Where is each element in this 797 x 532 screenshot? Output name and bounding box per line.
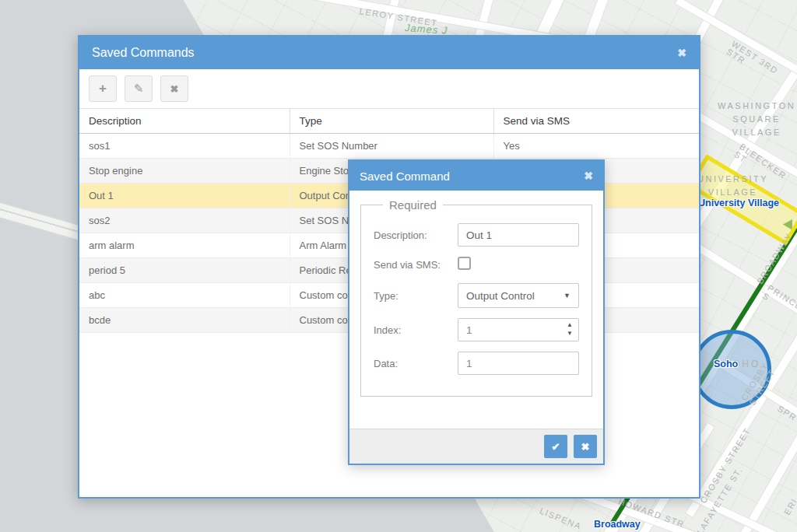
type-row: Type: Output Control ▼ xyxy=(374,283,579,308)
pencil-icon: ✎ xyxy=(134,82,144,96)
map-label: ERI xyxy=(782,496,797,516)
saved-commands-titlebar: Saved Commands ✖ xyxy=(79,37,699,69)
cell-description: period 5 xyxy=(79,258,290,283)
cell-description: abc xyxy=(79,283,290,308)
data-label: Data: xyxy=(374,358,458,369)
add-command-button[interactable]: + xyxy=(89,75,117,102)
type-select-value: Output Control xyxy=(466,290,535,302)
commands-toolbar: + ✎ ✖ xyxy=(79,69,699,108)
app-screen: LEROY STREETJames JWEST 3RD STRWASHINGTO… xyxy=(0,0,797,532)
cell-description: Stop engine xyxy=(79,159,290,184)
modal-footer: ✔ ✖ xyxy=(349,429,603,464)
index-input[interactable] xyxy=(458,318,579,341)
table-row[interactable]: sos1Set SOS NumberYes xyxy=(79,134,699,159)
cancel-button[interactable]: ✖ xyxy=(574,435,597,458)
modal-close-icon[interactable]: ✖ xyxy=(584,170,593,181)
spinner-up-icon[interactable]: ▲ xyxy=(567,320,573,329)
table-header-row: Description Type Send via SMS xyxy=(79,109,699,134)
cell-description: Out 1 xyxy=(79,184,290,208)
column-header-description[interactable]: Description xyxy=(79,109,290,134)
description-label: Description: xyxy=(374,229,458,241)
cell-sms: Yes xyxy=(493,134,699,159)
spinner-down-icon[interactable]: ▼ xyxy=(567,329,573,338)
edit-command-button[interactable]: ✎ xyxy=(125,75,153,102)
data-row: Data: xyxy=(374,352,579,375)
sms-label: Send via SMS: xyxy=(374,259,458,271)
cell-description: bcde xyxy=(79,308,290,333)
index-label: Index: xyxy=(374,324,458,336)
data-input[interactable] xyxy=(458,352,579,375)
required-legend: Required xyxy=(383,198,443,212)
column-header-type[interactable]: Type xyxy=(290,109,493,134)
cell-type: Set SOS Number xyxy=(290,134,493,159)
required-fieldset: Required Description: Send via SMS: Type… xyxy=(360,198,592,397)
index-stepper[interactable]: ▲ ▼ xyxy=(567,320,573,338)
cell-description: sos2 xyxy=(79,208,290,233)
geofence-soho[interactable] xyxy=(692,330,771,409)
geofence-university-village[interactable] xyxy=(687,154,797,245)
plus-icon: + xyxy=(99,81,107,96)
saved-command-modal: Saved Command ✖ Required Description: Se… xyxy=(348,159,605,465)
saved-command-titlebar: Saved Command ✖ xyxy=(349,161,603,191)
index-row: Index: ▲ ▼ xyxy=(374,318,579,341)
type-select[interactable]: Output Control ▼ xyxy=(458,283,579,308)
x-icon: ✖ xyxy=(581,441,590,453)
modal-title: Saved Command xyxy=(360,170,450,183)
close-icon[interactable]: ✖ xyxy=(677,47,686,58)
sms-checkbox[interactable] xyxy=(458,257,471,270)
type-label: Type: xyxy=(374,290,458,302)
description-input[interactable] xyxy=(458,223,579,247)
delete-command-button[interactable]: ✖ xyxy=(160,75,188,102)
check-icon: ✔ xyxy=(552,441,560,453)
cell-description: arm alarm xyxy=(79,233,290,258)
column-header-sms[interactable]: Send via SMS xyxy=(493,109,699,134)
description-row: Description: xyxy=(374,223,579,247)
cell-description: sos1 xyxy=(79,134,290,159)
confirm-button[interactable]: ✔ xyxy=(544,435,567,458)
map-label: LISPENA xyxy=(539,506,583,530)
sms-row: Send via SMS: xyxy=(374,257,579,273)
saved-command-form: Required Description: Send via SMS: Type… xyxy=(349,191,603,429)
delete-icon: ✖ xyxy=(170,83,179,95)
dialog-title: Saved Commands xyxy=(92,46,195,60)
chevron-down-icon: ▼ xyxy=(564,292,571,299)
